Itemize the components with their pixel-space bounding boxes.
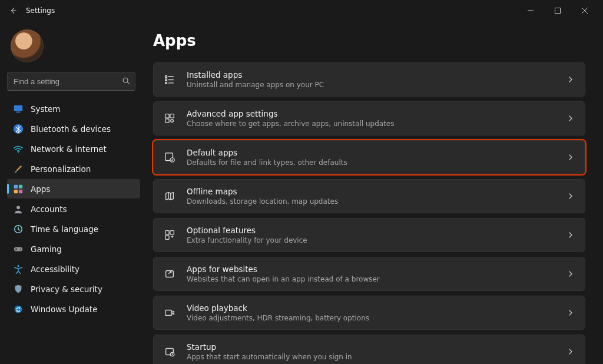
sidebar-item-windows-update[interactable]: Windows Update xyxy=(7,299,140,319)
svg-point-14 xyxy=(17,264,19,266)
update-icon xyxy=(13,304,24,315)
default-app-icon xyxy=(163,151,176,164)
card-subtitle: Extra functionality for your device xyxy=(187,236,307,244)
wifi-icon xyxy=(13,144,24,154)
card-title: Offline maps xyxy=(187,187,338,196)
search-input[interactable] xyxy=(14,77,122,86)
sidebar-item-label: Time & language xyxy=(31,224,98,234)
svg-rect-0 xyxy=(555,8,561,14)
setting-card-advanced-app-settings[interactable]: Advanced app settingsChoose where to get… xyxy=(153,101,585,135)
svg-point-5 xyxy=(18,151,19,153)
sidebar-item-label: Network & internet xyxy=(31,144,107,154)
svg-point-1 xyxy=(123,78,128,82)
setting-card-offline-maps[interactable]: Offline mapsDownloads, storage location,… xyxy=(153,179,585,213)
setting-card-installed-apps[interactable]: Installed appsUninstall and manage apps … xyxy=(153,62,585,97)
display-icon xyxy=(13,104,24,114)
svg-rect-6 xyxy=(14,184,18,188)
chevron-right-icon xyxy=(567,152,574,163)
card-subtitle: Downloads, storage location, map updates xyxy=(187,197,338,206)
sidebar-item-bluetooth-devices[interactable]: Bluetooth & devices xyxy=(7,119,140,138)
sidebar-item-system[interactable]: System xyxy=(7,99,140,118)
setting-card-startup[interactable]: StartupApps that start automatically whe… xyxy=(153,335,585,364)
open-app-icon xyxy=(163,267,176,280)
sidebar-item-label: Apps xyxy=(31,184,50,194)
svg-point-10 xyxy=(16,206,20,209)
card-title: Default apps xyxy=(187,148,347,157)
app-settings-icon xyxy=(163,112,176,125)
sidebar-item-label: System xyxy=(31,104,60,114)
sidebar-item-label: Privacy & security xyxy=(31,284,102,294)
brush-icon xyxy=(13,164,24,174)
chevron-right-icon xyxy=(567,191,574,202)
back-button[interactable] xyxy=(5,2,21,19)
svg-rect-26 xyxy=(170,231,174,234)
svg-rect-9 xyxy=(19,189,22,193)
svg-rect-2 xyxy=(14,105,22,111)
setting-card-optional-features[interactable]: Optional featuresExtra functionality for… xyxy=(153,218,585,252)
titlebar: Settings xyxy=(0,0,603,21)
chevron-right-icon xyxy=(567,269,574,280)
setting-card-apps-for-websites[interactable]: Apps for websitesWebsites that can open … xyxy=(153,257,585,291)
shield-icon xyxy=(13,284,24,294)
account-icon xyxy=(13,204,24,214)
search-box[interactable] xyxy=(7,72,135,91)
sidebar-item-label: Accounts xyxy=(31,204,67,214)
sidebar-item-label: Accessibility xyxy=(31,264,79,274)
search-icon xyxy=(122,76,130,87)
card-title: Apps for websites xyxy=(187,264,380,274)
card-title: Installed apps xyxy=(187,70,324,80)
card-title: Startup xyxy=(187,342,352,352)
sidebar-item-network-internet[interactable]: Network & internet xyxy=(7,139,140,158)
puzzle-icon xyxy=(163,229,176,241)
sidebar-item-accounts[interactable]: Accounts xyxy=(7,199,140,219)
card-subtitle: Choose where to get apps, archive apps, … xyxy=(187,120,394,128)
window-controls xyxy=(517,1,598,20)
chevron-right-icon xyxy=(567,346,574,358)
setting-card-video-playback[interactable]: Video playbackVideo adjustments, HDR str… xyxy=(153,296,585,330)
sidebar-item-gaming[interactable]: Gaming xyxy=(7,239,140,259)
svg-rect-21 xyxy=(165,119,169,123)
apps-icon xyxy=(13,184,24,194)
card-title: Optional features xyxy=(187,226,307,235)
svg-rect-16 xyxy=(165,76,167,78)
user-avatar[interactable] xyxy=(11,29,44,62)
bluetooth-icon xyxy=(13,124,24,134)
map-icon xyxy=(163,190,176,203)
sidebar-item-label: Windows Update xyxy=(31,305,97,314)
card-subtitle: Websites that can open in an app instead… xyxy=(187,275,380,283)
card-subtitle: Uninstall and manage apps on your PC xyxy=(187,81,324,89)
chevron-right-icon xyxy=(567,230,574,241)
setting-card-default-apps[interactable]: Default appsDefaults for file and link t… xyxy=(153,140,585,174)
sidebar-item-privacy-security[interactable]: Privacy & security xyxy=(7,279,140,299)
sidebar-item-accessibility[interactable]: Accessibility xyxy=(7,259,140,279)
svg-rect-19 xyxy=(165,114,169,118)
svg-rect-25 xyxy=(165,231,169,234)
svg-rect-8 xyxy=(14,189,18,193)
card-subtitle: Video adjustments, HDR streaming, batter… xyxy=(187,314,369,322)
svg-rect-29 xyxy=(165,310,172,315)
svg-rect-7 xyxy=(19,184,22,188)
card-subtitle: Apps that start automatically when you s… xyxy=(187,353,352,361)
maximize-button[interactable] xyxy=(544,1,571,20)
chevron-right-icon xyxy=(567,113,574,124)
accessibility-icon xyxy=(13,264,24,274)
window-title: Settings xyxy=(26,6,55,15)
page-title: Apps xyxy=(153,32,589,49)
svg-rect-20 xyxy=(170,114,174,118)
sidebar-item-apps[interactable]: Apps xyxy=(7,179,140,198)
card-title: Advanced app settings xyxy=(187,109,394,118)
sidebar-item-personalization[interactable]: Personalization xyxy=(7,159,140,178)
list-icon xyxy=(163,73,176,86)
chevron-right-icon xyxy=(567,307,574,319)
close-button[interactable] xyxy=(571,1,598,20)
sidebar-item-label: Personalization xyxy=(31,164,91,174)
minimize-button[interactable] xyxy=(517,1,544,20)
sidebar: SystemBluetooth & devicesNetwork & inter… xyxy=(0,21,143,364)
svg-point-13 xyxy=(20,248,21,249)
startup-icon xyxy=(163,345,176,358)
svg-rect-18 xyxy=(165,82,167,84)
card-subtitle: Defaults for file and link types, other … xyxy=(187,158,347,167)
video-icon xyxy=(163,306,176,319)
sidebar-item-time-language[interactable]: Time & language xyxy=(7,219,140,239)
chevron-right-icon xyxy=(567,74,574,85)
